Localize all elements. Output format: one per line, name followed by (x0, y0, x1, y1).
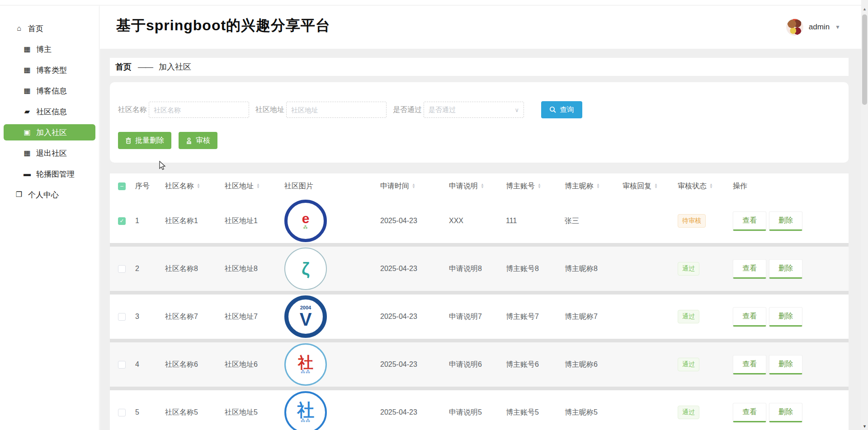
table: –序号社区名称▲▼社区地址▲▼社区图片申请时间▲▼申请说明▲▼博主账号▲▼博主昵… (110, 173, 849, 430)
chevron-down-icon[interactable]: ▼ (835, 24, 840, 30)
header: 基于springboot的兴趣分享平台 admin ▼ (100, 6, 861, 49)
table-header-row: –序号社区名称▲▼社区地址▲▼社区图片申请时间▲▼申请说明▲▼博主账号▲▼博主昵… (110, 173, 849, 199)
pass-select-placeholder: 是否通过 (429, 106, 456, 114)
column-header-desc[interactable]: 申请说明▲▼ (449, 182, 506, 191)
column-label: 审核状态 (678, 182, 707, 191)
sort-icon[interactable]: ▲▼ (596, 183, 600, 189)
sort-icon[interactable]: ▲▼ (538, 183, 541, 189)
cell-operations: 查看删除 (733, 403, 849, 422)
sidebar-item-0[interactable]: ⌂首页 (4, 20, 95, 37)
row-checkbox[interactable] (118, 265, 126, 273)
grid-icon: ▦ (22, 150, 33, 157)
sidebar-item-label: 博客信息 (36, 86, 67, 96)
trash-icon (125, 137, 132, 144)
column-header-time[interactable]: 申请时间▲▼ (380, 182, 449, 191)
vertical-scrollbar[interactable]: ▲ ▼ (861, 0, 868, 430)
scrollbar-thumb[interactable] (862, 14, 867, 105)
column-header-reply[interactable]: 审核回复▲▼ (623, 182, 678, 191)
cell-review-status: 通过 (678, 406, 733, 419)
column-header-addr[interactable]: 社区地址▲▼ (225, 182, 284, 191)
breadcrumb-separator: —— (138, 62, 152, 72)
community-name-label: 社区名称 (118, 105, 147, 115)
sidebar-item-1[interactable]: ▦博主 (4, 41, 95, 57)
cell-apply-time: 2025-04-23 (380, 313, 449, 321)
community-image: 2004V (284, 295, 327, 338)
batch-delete-button[interactable]: 批量删除 (118, 132, 171, 149)
filter-community-addr: 社区地址 (255, 102, 387, 118)
pass-label: 是否通过 (393, 105, 422, 115)
cell-blogger-account: 博主账号7 (506, 312, 565, 322)
column-header-nick[interactable]: 博主昵称▲▼ (565, 182, 623, 191)
cell-blogger-nick: 博主昵称5 (565, 408, 623, 417)
status-badge: 通过 (678, 310, 699, 323)
column-header-account[interactable]: 博主账号▲▼ (506, 182, 565, 191)
sort-icon[interactable]: ▲▼ (197, 183, 200, 189)
username[interactable]: admin (809, 23, 830, 32)
delete-button[interactable]: 删除 (769, 307, 802, 327)
cell-blogger-nick: 博主昵称7 (565, 312, 623, 322)
delete-button[interactable]: 删除 (769, 211, 802, 231)
action-row: 批量删除 审核 (118, 132, 849, 149)
sidebar-item-6[interactable]: ▦退出社区 (4, 145, 95, 161)
row-checkbox[interactable]: ✓ (118, 217, 126, 225)
column-label: 审核回复 (623, 182, 651, 191)
cell-community-name: 社区名称8 (165, 264, 225, 274)
view-button[interactable]: 查看 (733, 211, 766, 231)
sidebar-item-5[interactable]: ▣加入社区 (4, 124, 95, 140)
delete-button[interactable]: 删除 (769, 403, 802, 422)
row-checkbox[interactable] (118, 409, 126, 416)
breadcrumb-root[interactable]: 首页 (115, 61, 132, 72)
ticket-icon: ▣ (22, 129, 33, 136)
column-label: 社区地址 (225, 182, 254, 191)
community-addr-input[interactable] (286, 102, 387, 118)
select-all-checkbox[interactable]: – (118, 182, 126, 190)
view-button[interactable]: 查看 (733, 403, 766, 422)
status-badge: 通过 (678, 406, 699, 419)
sidebar-item-label: 个人中心 (28, 190, 59, 200)
cell-apply-time: 2025-04-23 (380, 360, 449, 369)
query-button-label: 查询 (560, 105, 574, 115)
monitor-icon: ▬ (22, 170, 33, 178)
cell-operations: 查看删除 (733, 211, 849, 231)
scroll-up-arrow-icon[interactable]: ▲ (861, 5, 868, 13)
row-checkbox[interactable] (118, 361, 126, 369)
cell-apply-desc: 申请说明8 (449, 264, 506, 274)
delete-button[interactable]: 删除 (769, 259, 802, 279)
sidebar-item-8[interactable]: ❐个人中心 (4, 187, 95, 203)
view-button[interactable]: 查看 (733, 307, 766, 327)
cell-blogger-nick: 张三 (565, 216, 623, 226)
cell-community-addr: 社区地址5 (225, 408, 284, 417)
cell-community-addr: 社区地址8 (225, 264, 284, 274)
sidebar-item-3[interactable]: ▦博客信息 (4, 83, 95, 99)
cell-apply-time: 2025-04-23 (380, 217, 449, 225)
cell-apply-desc: XXX (449, 217, 506, 225)
avatar[interactable] (786, 19, 803, 36)
review-button[interactable]: 审核 (179, 132, 217, 149)
row-checkbox[interactable] (118, 313, 126, 321)
sort-icon[interactable]: ▲▼ (256, 183, 260, 189)
column-header-name[interactable]: 社区名称▲▼ (165, 182, 225, 191)
breadcrumb-current: 加入社区 (159, 61, 191, 72)
sidebar-item-2[interactable]: ▦博客类型 (4, 62, 95, 78)
filter-row: 社区名称 社区地址 是否通过 是否通过 ∨ (118, 101, 849, 118)
view-button[interactable]: 查看 (733, 355, 766, 374)
sort-icon[interactable]: ▲▼ (654, 183, 658, 189)
sidebar-item-4[interactable]: ▰社区信息 (4, 103, 95, 120)
sidebar-item-7[interactable]: ▬轮播图管理 (4, 166, 95, 182)
cell-apply-time: 2025-04-23 (380, 265, 449, 273)
sort-icon[interactable]: ▲▼ (709, 183, 713, 189)
column-header-status[interactable]: 审核状态▲▼ (678, 182, 733, 191)
scroll-down-arrow-icon[interactable]: ▼ (861, 423, 868, 430)
delete-button[interactable]: 删除 (769, 355, 802, 374)
user-menu[interactable]: admin ▼ (786, 19, 840, 36)
table-row: 3社区名称7社区地址72004V2025-04-23申请说明7博主账号7博主昵称… (110, 294, 849, 339)
status-badge: 通过 (678, 262, 699, 276)
review-label: 审核 (196, 136, 210, 145)
sort-icon[interactable]: ▲▼ (481, 183, 484, 189)
table-row: 4社区名称6社区地址6社⁂⁂2025-04-23申请说明6博主账号6博主昵称6通… (110, 342, 849, 387)
view-button[interactable]: 查看 (733, 259, 766, 279)
query-button[interactable]: 查询 (541, 101, 582, 118)
sort-icon[interactable]: ▲▼ (412, 183, 415, 189)
community-name-input[interactable] (149, 102, 249, 118)
pass-select[interactable]: 是否通过 ∨ (424, 102, 524, 118)
